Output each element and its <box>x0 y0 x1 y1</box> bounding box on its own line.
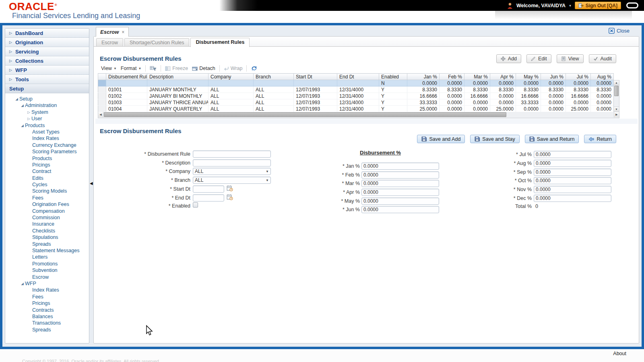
end-dt-calendar-icon[interactable] <box>227 194 233 202</box>
sidebar-item-origination[interactable]: ▷Origination <box>5 38 89 47</box>
end-dt-input[interactable] <box>193 194 224 202</box>
tree-collapsed-icon[interactable]: ▷ <box>26 115 31 122</box>
tree-item-setup[interactable]: ◢Setup <box>5 96 89 102</box>
tree-item-scoring-models[interactable]: Scoring Models <box>5 188 89 194</box>
table-row[interactable]: 01004JANUARY QUARTERLYALLALL12/07/199312… <box>98 106 614 112</box>
freeze-button[interactable]: Freeze <box>165 66 188 71</box>
col-enabled[interactable]: Enabled <box>379 74 407 80</box>
col-apr[interactable]: Apr % <box>490 74 516 80</box>
start-dt-input[interactable] <box>193 185 224 193</box>
sidebar-item-dashboard[interactable]: ▷DashBoard <box>5 29 89 38</box>
description-input[interactable] <box>193 159 271 167</box>
audit-button[interactable]: Audit <box>589 54 617 63</box>
tree-item-spreads[interactable]: Spreads <box>5 241 89 247</box>
save-and-add-button[interactable]: Save and Add <box>417 135 465 143</box>
tree-item-pricings[interactable]: Pricings <box>5 162 89 168</box>
horizontal-scroll-thumb[interactable] <box>104 112 506 117</box>
close-button[interactable]: Close <box>609 28 630 34</box>
tab-close-icon[interactable]: × <box>122 29 124 35</box>
mar-input[interactable] <box>361 180 439 187</box>
view-menu[interactable]: View▼ <box>101 66 117 71</box>
col-aug[interactable]: Aug % <box>591 74 614 80</box>
sidebar-collapse-handle[interactable]: ◀ <box>90 181 93 185</box>
chevron-down-icon[interactable]: ▾ <box>569 4 571 8</box>
horizontal-scrollbar[interactable]: ◀ ▶ <box>98 112 619 118</box>
sidebar-item-tools[interactable]: ▷Tools <box>5 75 89 84</box>
save-and-return-button[interactable]: Save and Return <box>525 135 579 143</box>
tree-item-commission[interactable]: Commission <box>5 214 89 221</box>
col-company[interactable]: Company <box>208 74 254 80</box>
detach-button[interactable]: Detach <box>192 66 215 71</box>
row-gutter[interactable] <box>98 80 106 86</box>
tree-item-edits[interactable]: Edits <box>5 175 89 181</box>
tree-expanded-icon[interactable]: ◢ <box>20 102 25 109</box>
col-start-dt[interactable]: Start Dt <box>294 74 337 80</box>
branch-select[interactable]: ALL▼ <box>193 177 271 184</box>
table-row[interactable]: 01003JANUARY THRICE ANNUALALLALL12/07/19… <box>98 99 614 106</box>
save-and-stay-button[interactable]: Save and Stay <box>470 135 519 143</box>
welcome-user-menu[interactable]: Welcome, VAVAIDYA <box>516 3 566 8</box>
scroll-down-arrow[interactable]: ▼ <box>614 107 619 111</box>
vertical-scrollbar[interactable]: ▲ ▼ <box>613 80 619 112</box>
view-button[interactable]: View <box>557 54 584 63</box>
tree-item-administration[interactable]: ◢Administration <box>5 102 89 109</box>
tree-item-wfp-balances[interactable]: Balances <box>5 313 89 320</box>
tree-expanded-icon[interactable]: ◢ <box>20 122 25 129</box>
sidebar-item-wfp[interactable]: ▷WFP <box>5 66 89 75</box>
tree-item-wfp-fees[interactable]: Fees <box>5 294 89 300</box>
apr-input[interactable] <box>361 189 439 196</box>
sep-input[interactable] <box>534 169 611 176</box>
table-row[interactable]: 01002JANUARY BI MONTHLYALLALL12/07/19931… <box>98 93 614 99</box>
tab-disbursement-rules[interactable]: Disbursement Rules <box>190 38 250 47</box>
tree-item-stipulations[interactable]: Stipulations <box>5 234 89 241</box>
scroll-right-arrow[interactable]: ▶ <box>614 112 619 117</box>
col-mar[interactable]: Mar % <box>464 74 490 80</box>
tree-expanded-icon[interactable]: ◢ <box>20 280 25 287</box>
row-gutter[interactable] <box>98 86 106 93</box>
tab-escrow[interactable]: Escrow <box>96 38 123 47</box>
tree-item-user[interactable]: ▷User <box>5 115 89 122</box>
tree-item-statement-messages[interactable]: Statement Messages <box>5 247 89 254</box>
tree-item-checklists[interactable]: Checklists <box>5 228 89 234</box>
table-row-selected[interactable]: N 0.00000.00000.00000.00000.00000.00000.… <box>98 80 614 86</box>
tree-item-origination-fees[interactable]: Origination Fees <box>5 201 89 208</box>
tree-item-wfp-index-rates[interactable]: Index Rates <box>5 287 89 293</box>
tree-item-scoring-parameters[interactable]: Scoring Parameters <box>5 148 89 155</box>
jul-input[interactable] <box>534 151 611 158</box>
start-dt-calendar-icon[interactable] <box>227 185 233 193</box>
sign-out-button[interactable]: Sign Out [QA] <box>575 2 621 9</box>
tree-item-wfp-transactions[interactable]: Transactions <box>5 320 89 326</box>
enabled-checkbox[interactable] <box>193 202 198 208</box>
vertical-scroll-thumb[interactable] <box>614 86 619 96</box>
tree-expanded-icon[interactable]: ◢ <box>14 96 19 102</box>
tree-item-cycles[interactable]: Cycles <box>5 181 89 188</box>
tree-item-subvention[interactable]: Subvention <box>5 267 89 274</box>
table-row[interactable]: 01001JANUARY MONTHLYALLALL12/07/199312/3… <box>98 86 614 93</box>
tree-item-currency-exchange[interactable]: Currency Exchange <box>5 142 89 148</box>
tree-item-promotions[interactable]: Promotions <box>5 261 89 267</box>
jun-input[interactable] <box>361 206 439 213</box>
refresh-button[interactable] <box>251 65 258 72</box>
add-button[interactable]: Add <box>496 54 521 63</box>
may-input[interactable] <box>361 197 439 205</box>
wrap-button[interactable]: Wrap <box>224 66 243 71</box>
col-branch[interactable]: Branch <box>254 74 294 80</box>
tree-item-contract[interactable]: Contract <box>5 168 89 175</box>
tab-shortage-cushion-rules[interactable]: Shortage/Cushion Rules <box>124 38 190 47</box>
tree-item-wfp-contracts[interactable]: Contracts <box>5 307 89 313</box>
tree-item-wfp[interactable]: ◢WFP <box>5 280 89 287</box>
tree-item-wfp-pricings[interactable]: Pricings <box>5 300 89 306</box>
nov-input[interactable] <box>534 186 611 193</box>
row-gutter[interactable] <box>98 93 106 99</box>
col-description[interactable]: Description <box>147 74 208 80</box>
row-gutter[interactable] <box>98 106 106 112</box>
tree-collapsed-icon[interactable]: ▷ <box>26 109 31 115</box>
tree-item-products-leaf[interactable]: Products <box>5 155 89 162</box>
tree-item-products[interactable]: ◢Products <box>5 122 89 129</box>
sidebar-item-servicing[interactable]: ▷Servicing <box>5 47 89 56</box>
tree-item-insurance[interactable]: Insurance <box>5 221 89 227</box>
company-select[interactable]: ALL▼ <box>193 168 271 175</box>
sidebar-item-setup[interactable]: Setup <box>5 84 89 93</box>
aug-input[interactable] <box>534 160 611 167</box>
disbursement-rule-input[interactable] <box>193 150 271 158</box>
